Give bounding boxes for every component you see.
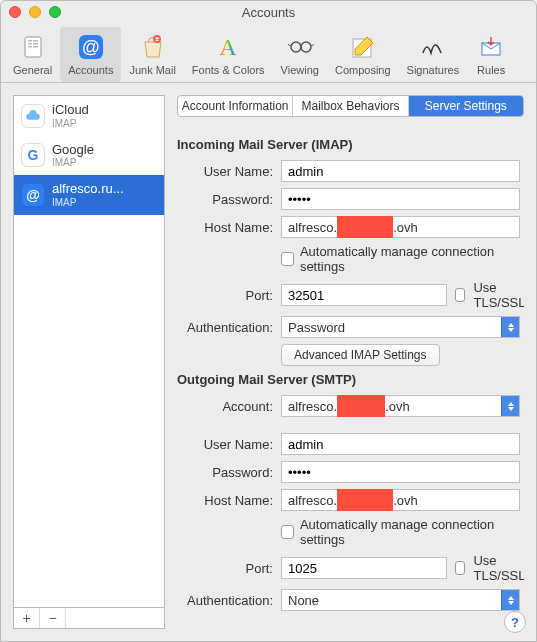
toolbar-viewing[interactable]: Viewing — [273, 27, 327, 82]
outgoing-port-input[interactable] — [281, 557, 447, 579]
label-username: User Name: — [177, 164, 273, 179]
toolbar-signatures[interactable]: Signatures — [399, 27, 468, 82]
account-row-icloud[interactable]: iCloud IMAP — [14, 96, 164, 136]
svg-point-12 — [301, 42, 311, 52]
tab-account-info[interactable]: Account Information — [178, 96, 293, 116]
toolbar-label: Fonts & Colors — [192, 64, 265, 76]
svg-rect-2 — [28, 43, 32, 45]
incoming-port-input[interactable] — [281, 284, 447, 306]
minimize-button[interactable] — [29, 6, 41, 18]
zoom-button[interactable] — [49, 6, 61, 18]
account-sub: IMAP — [52, 157, 94, 169]
label-account: Account: — [177, 399, 273, 414]
junk-icon — [137, 31, 169, 63]
incoming-password-input[interactable] — [281, 188, 520, 210]
toolbar-label: Rules — [477, 64, 505, 76]
redacted-block — [337, 489, 393, 511]
titlebar: Accounts — [1, 1, 536, 23]
label-auto: Automatically manage connection settings — [300, 244, 520, 274]
help-button[interactable]: ? — [504, 611, 526, 633]
svg-rect-4 — [33, 40, 38, 42]
label-port: Port: — [177, 561, 273, 576]
toolbar: General @ Accounts Junk Mail A Fonts & C… — [1, 23, 536, 83]
incoming-auto-checkbox[interactable] — [281, 252, 294, 266]
outgoing-password-input[interactable] — [281, 461, 520, 483]
account-name: iCloud — [52, 102, 89, 118]
label-username: User Name: — [177, 437, 273, 452]
label-hostname: Host Name: — [177, 220, 273, 235]
redacted-block — [337, 216, 393, 238]
fonts-icon: A — [212, 31, 244, 63]
label-port: Port: — [177, 288, 273, 303]
account-row-alfresco[interactable]: @ alfresco.ru... IMAP — [14, 175, 164, 215]
incoming-heading: Incoming Mail Server (IMAP) — [177, 137, 520, 152]
svg-text:@: @ — [82, 37, 100, 57]
label-auth: Authentication: — [177, 593, 273, 608]
content: iCloud IMAP G Google IMAP @ — [1, 83, 536, 641]
toolbar-composing[interactable]: Composing — [327, 27, 399, 82]
general-icon — [17, 31, 49, 63]
add-account-button[interactable]: + — [14, 608, 40, 628]
incoming-username-input[interactable] — [281, 160, 520, 182]
label-auto: Automatically manage connection settings — [300, 517, 520, 547]
label-auth: Authentication: — [177, 320, 273, 335]
window-title: Accounts — [1, 5, 536, 20]
incoming-auth-select[interactable]: Password — [281, 316, 520, 338]
accounts-icon: @ — [75, 31, 107, 63]
server-settings-form: Incoming Mail Server (IMAP) User Name: P… — [177, 131, 524, 617]
toolbar-label: Accounts — [68, 64, 113, 76]
incoming-tls-checkbox[interactable] — [455, 288, 465, 302]
account-sub: IMAP — [52, 118, 89, 130]
label-password: Password: — [177, 192, 273, 207]
svg-rect-5 — [33, 43, 38, 45]
signatures-icon — [417, 31, 449, 63]
tab-mailbox-behaviors[interactable]: Mailbox Behaviors — [293, 96, 408, 116]
toolbar-accounts[interactable]: @ Accounts — [60, 27, 121, 82]
label-hostname: Host Name: — [177, 493, 273, 508]
toolbar-rules[interactable]: Rules — [467, 27, 515, 82]
toolbar-label: Viewing — [281, 64, 319, 76]
account-name: Google — [52, 142, 94, 158]
outgoing-host-input[interactable]: alfresco..ovh — [281, 489, 520, 511]
outgoing-heading: Outgoing Mail Server (SMTP) — [177, 372, 520, 387]
outgoing-tls-checkbox[interactable] — [455, 561, 465, 575]
remove-account-button[interactable]: − — [40, 608, 66, 628]
chevron-updown-icon — [501, 317, 519, 337]
toolbar-label: Junk Mail — [129, 64, 175, 76]
sidebar-footer: + − — [13, 607, 165, 629]
toolbar-label: Signatures — [407, 64, 460, 76]
label-tls: Use TLS/SSL — [473, 280, 524, 310]
sidebar: iCloud IMAP G Google IMAP @ — [13, 95, 165, 629]
redacted-block — [337, 395, 385, 417]
outgoing-username-input[interactable] — [281, 433, 520, 455]
account-name: alfresco.ru... — [52, 181, 124, 197]
viewing-icon — [284, 31, 316, 63]
window: Accounts General @ Accounts Junk Mail A … — [0, 0, 537, 642]
toolbar-label: General — [13, 64, 52, 76]
toolbar-fonts[interactable]: A Fonts & Colors — [184, 27, 273, 82]
google-icon: G — [22, 144, 44, 166]
svg-rect-6 — [33, 46, 38, 48]
svg-text:A: A — [220, 34, 238, 60]
toolbar-label: Composing — [335, 64, 391, 76]
outgoing-auth-select[interactable]: None — [281, 589, 520, 611]
composing-icon — [347, 31, 379, 63]
chevron-updown-icon — [501, 590, 519, 610]
toolbar-junk[interactable]: Junk Mail — [121, 27, 183, 82]
tab-server-settings[interactable]: Server Settings — [409, 96, 523, 116]
main-panel: Account Information Mailbox Behaviors Se… — [177, 95, 524, 629]
toolbar-general[interactable]: General — [5, 27, 60, 82]
at-icon: @ — [22, 184, 44, 206]
svg-rect-3 — [28, 46, 32, 48]
incoming-host-input[interactable]: alfresco..ovh — [281, 216, 520, 238]
advanced-imap-button[interactable]: Advanced IMAP Settings — [281, 344, 440, 366]
rules-icon — [475, 31, 507, 63]
account-list[interactable]: iCloud IMAP G Google IMAP @ — [13, 95, 165, 607]
tabs: Account Information Mailbox Behaviors Se… — [177, 95, 524, 117]
window-controls — [9, 6, 61, 18]
outgoing-auto-checkbox[interactable] — [281, 525, 294, 539]
account-row-google[interactable]: G Google IMAP — [14, 136, 164, 176]
outgoing-account-select[interactable]: alfresco..ovh — [281, 395, 520, 417]
close-button[interactable] — [9, 6, 21, 18]
chevron-updown-icon — [501, 396, 519, 416]
